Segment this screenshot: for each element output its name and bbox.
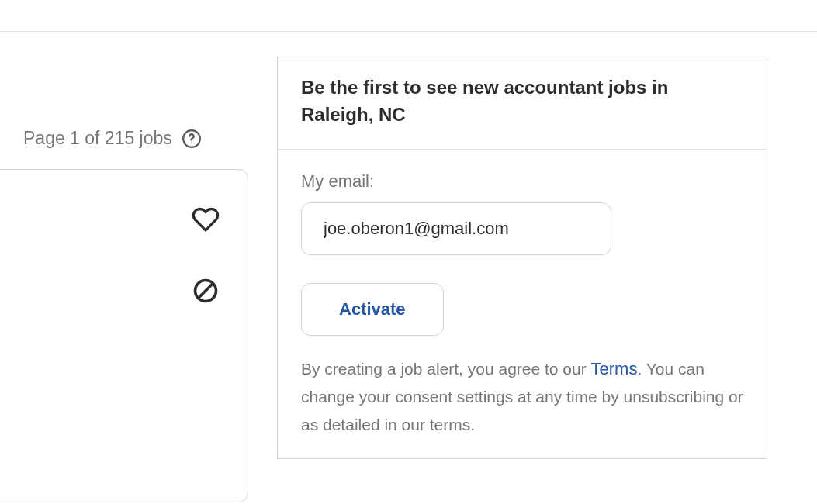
job-alert-card: Be the first to see new accountant jobs … <box>277 57 767 459</box>
heart-icon[interactable] <box>192 205 220 233</box>
job-alert-header: Be the first to see new accountant jobs … <box>278 57 767 150</box>
job-desc-line: nal entries with <box>0 368 63 399</box>
email-field[interactable] <box>301 202 611 255</box>
block-icon[interactable] <box>192 277 220 305</box>
top-divider <box>0 31 817 32</box>
terms-link[interactable]: Terms <box>591 359 638 378</box>
email-label: My email: <box>301 171 743 192</box>
job-desc-line: ding a clear audit <box>0 399 63 430</box>
help-icon[interactable] <box>182 129 202 149</box>
activate-button[interactable]: Activate <box>301 283 444 336</box>
page-meta: Page 1 of 215 jobs <box>23 128 202 149</box>
svg-line-3 <box>199 284 213 299</box>
job-alert-heading: Be the first to see new accountant jobs … <box>301 74 743 129</box>
job-description-snippet: nal entries with ding a clear audit <box>0 368 63 430</box>
page-meta-text: Page 1 of 215 jobs <box>23 128 172 149</box>
terms-text: By creating a job alert, you agree to ou… <box>301 354 743 439</box>
job-card[interactable]: nal entries with ding a clear audit <box>0 169 248 502</box>
terms-prefix: By creating a job alert, you agree to ou… <box>301 360 591 378</box>
svg-point-1 <box>191 142 192 143</box>
